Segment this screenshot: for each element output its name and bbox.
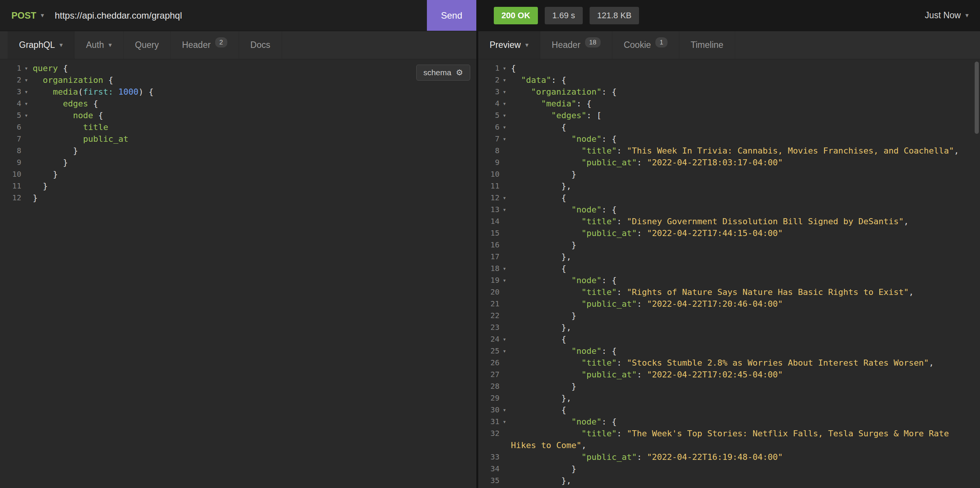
fold-arrow-icon[interactable]: ▾ [500, 345, 509, 357]
gutter: 8 [0, 145, 31, 157]
code-line-3[interactable]: 3▾ media(first: 1000) { [0, 86, 476, 98]
fold-arrow-icon[interactable]: ▾ [500, 133, 509, 145]
gutter: 14 [478, 216, 509, 227]
gutter: 9 [478, 157, 509, 168]
line-number: 7 [478, 133, 500, 145]
code-line-13: 13▾ "node": { [478, 204, 980, 216]
url-input[interactable]: https://api.cheddar.com/graphql [55, 10, 427, 21]
code-line-25: 25▾ "node": { [478, 345, 980, 357]
line-number: 28 [478, 380, 500, 392]
tab-label: GraphQL [19, 40, 55, 50]
code-text: "title": "Stocks Stumble 2.8% as Worries… [509, 357, 980, 369]
fold-arrow-icon[interactable]: ▾ [500, 204, 509, 216]
wrench-icon: ⚙ [456, 68, 463, 77]
response-json-viewer: 1▾{2▾ "data": {3▾ "organization": {4▾ "m… [478, 59, 980, 488]
code-line-8: 8 "title": "This Week In Trivia: Cannabi… [478, 145, 980, 157]
code-line-1[interactable]: 1▾query { [0, 62, 476, 74]
fold-arrow-icon[interactable]: ▾ [500, 110, 509, 121]
tab-timeline[interactable]: Timeline [679, 31, 735, 59]
code-text: "node": { [509, 416, 980, 428]
fold-spacer [500, 310, 509, 321]
gutter: 11 [0, 180, 31, 192]
fold-arrow-icon[interactable]: ▾ [500, 262, 509, 274]
code-line-11[interactable]: 11 } [0, 180, 476, 192]
fold-arrow-icon[interactable]: ▾ [500, 416, 509, 428]
gutter: 23 [478, 321, 509, 333]
tab-preview[interactable]: Preview▾ [478, 31, 540, 59]
code-text: "public_at": "2022-04-22T17:44:15-04:00" [509, 227, 980, 239]
tab-header[interactable]: Header2 [171, 31, 239, 59]
code-text: { [509, 404, 980, 416]
tab-count-badge: 1 [655, 37, 667, 48]
code-line-2[interactable]: 2▾ organization { [0, 74, 476, 86]
code-line-21: 21 "public_at": "2022-04-22T17:20:46-04:… [478, 298, 980, 310]
method-dropdown[interactable]: POST ▾ [0, 10, 55, 21]
tab-label: Header [552, 40, 580, 50]
gutter: 7 [0, 133, 31, 145]
tab-auth[interactable]: Auth▾ [75, 31, 124, 59]
code-line-6[interactable]: 6 title [0, 121, 476, 133]
code-line-12[interactable]: 12} [0, 192, 476, 204]
code-text: } [31, 192, 476, 204]
tab-query[interactable]: Query [124, 31, 171, 59]
fold-spacer [500, 145, 509, 157]
code-line-17: 17 }, [478, 251, 980, 262]
fold-spacer [500, 227, 509, 239]
graphql-query-editor[interactable]: schema ⚙ 1▾query {2▾ organization {3▾ me… [0, 59, 476, 488]
code-text: } [509, 239, 980, 251]
fold-arrow-icon[interactable]: ▾ [500, 274, 509, 286]
code-line-34: 34 } [478, 463, 980, 475]
gutter: 16 [478, 239, 509, 251]
schema-button[interactable]: schema ⚙ [416, 65, 470, 81]
code-text: "public_at": "2022-04-22T17:20:46-04:00" [509, 298, 980, 310]
fold-arrow-icon[interactable]: ▾ [500, 121, 509, 133]
send-button[interactable]: Send [427, 0, 476, 31]
fold-arrow-icon[interactable]: ▾ [500, 98, 509, 110]
fold-spacer [500, 251, 509, 262]
tab-label: Docs [250, 40, 270, 50]
code-text: }, [509, 475, 980, 486]
code-line-8[interactable]: 8 } [0, 145, 476, 157]
fold-arrow-icon[interactable]: ▾ [21, 110, 31, 121]
fold-spacer [500, 180, 509, 192]
line-number: 25 [478, 345, 500, 357]
code-line-7[interactable]: 7 public_at [0, 133, 476, 145]
response-scrollbar-thumb[interactable] [975, 62, 979, 134]
gutter: 27 [478, 369, 509, 380]
fold-arrow-icon[interactable]: ▾ [500, 404, 509, 416]
fold-arrow-icon[interactable]: ▾ [500, 62, 509, 74]
fold-spacer [500, 216, 509, 227]
fold-arrow-icon[interactable]: ▾ [21, 74, 31, 86]
code-line-1: 1▾{ [478, 62, 980, 74]
line-number: 24 [478, 333, 500, 345]
line-number: 5 [0, 110, 21, 121]
fold-arrow-icon[interactable]: ▾ [500, 74, 509, 86]
code-line-11: 11 }, [478, 180, 980, 192]
code-line-9[interactable]: 9 } [0, 157, 476, 168]
history-dropdown[interactable]: Just Now ▾ [925, 10, 969, 21]
tab-header[interactable]: Header18 [540, 31, 612, 59]
code-line-10[interactable]: 10 } [0, 168, 476, 180]
gutter: 3▾ [0, 86, 31, 98]
fold-arrow-icon[interactable]: ▾ [500, 192, 509, 204]
line-number: 8 [0, 145, 21, 157]
fold-arrow-icon[interactable]: ▾ [500, 486, 509, 488]
tab-graphql[interactable]: GraphQL▾ [8, 31, 75, 59]
fold-arrow-icon[interactable]: ▾ [500, 333, 509, 345]
fold-arrow-icon[interactable]: ▾ [21, 62, 31, 74]
fold-arrow-icon[interactable]: ▾ [500, 86, 509, 98]
code-line-33: 33 "public_at": "2022-04-22T16:19:48-04:… [478, 451, 980, 463]
fold-arrow-icon[interactable]: ▾ [21, 98, 31, 110]
code-line-4[interactable]: 4▾ edges { [0, 98, 476, 110]
response-pane: Preview▾Header18Cookie1Timeline 1▾{2▾ "d… [478, 31, 980, 488]
time-badge: 1.69 s [545, 7, 583, 24]
gutter: 8 [478, 145, 509, 157]
gutter: 12▾ [478, 192, 509, 204]
gutter: 29 [478, 392, 509, 404]
tab-docs[interactable]: Docs [239, 31, 282, 59]
code-line-23: 23 }, [478, 321, 980, 333]
code-line-16: 16 } [478, 239, 980, 251]
fold-arrow-icon[interactable]: ▾ [21, 86, 31, 98]
tab-cookie[interactable]: Cookie1 [612, 31, 679, 59]
code-line-5[interactable]: 5▾ node { [0, 110, 476, 121]
